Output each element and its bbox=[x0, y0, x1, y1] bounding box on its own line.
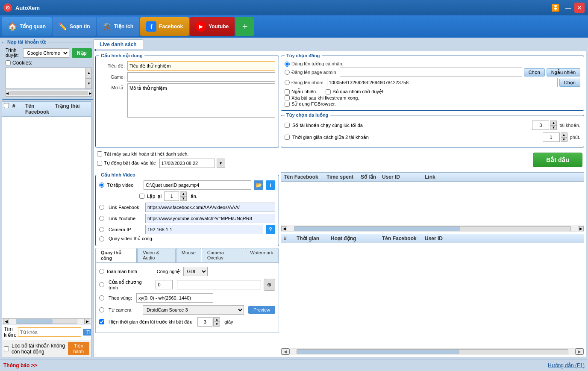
huong-dan-link[interactable]: Hướng dẫn (F1) bbox=[548, 362, 585, 368]
link-yt-input[interactable] bbox=[145, 214, 275, 223]
game-input[interactable] bbox=[127, 72, 275, 82]
nav-add-button[interactable]: + bbox=[235, 17, 254, 36]
ngau-nhien-checkbox[interactable] bbox=[285, 89, 290, 94]
ngau-nhien-btn[interactable]: Ngẫu nhiên bbox=[547, 68, 580, 77]
radio-page-admin[interactable] bbox=[285, 70, 290, 75]
tieu-de-input[interactable] bbox=[127, 61, 275, 71]
nap-button[interactable]: Nạp bbox=[72, 48, 92, 58]
link-fb-input[interactable] bbox=[145, 203, 275, 212]
nav-tools-button[interactable]: ⚒️ Tiện ích bbox=[97, 17, 139, 36]
radio-camera-ip[interactable] bbox=[99, 227, 104, 232]
group-input[interactable] bbox=[327, 78, 558, 87]
lap-lai-up[interactable]: ▲ bbox=[180, 191, 187, 196]
lap-lai-down[interactable]: ▼ bbox=[180, 196, 187, 201]
thoi-gian-up[interactable]: ▲ bbox=[561, 132, 567, 137]
camera-ip-help-btn[interactable]: ? bbox=[266, 225, 275, 234]
camera-select[interactable]: DroidCam Source 3 bbox=[143, 305, 244, 315]
countdown-up[interactable]: ▲ bbox=[213, 317, 220, 322]
radio-link-yt[interactable] bbox=[99, 216, 104, 221]
lap-lai-checkbox[interactable] bbox=[139, 194, 144, 199]
radio-tep-video[interactable] bbox=[99, 183, 104, 188]
browse-file-btn[interactable]: 📂 bbox=[254, 180, 263, 190]
btab-watermark[interactable]: Watermark bbox=[245, 248, 279, 262]
radio-cua-so[interactable] bbox=[99, 282, 104, 287]
btab-camera-overlay[interactable]: Camera Overlay bbox=[202, 248, 244, 262]
tien-hanh-button[interactable]: Tiến hành bbox=[68, 342, 89, 355]
nav-facebook-button[interactable]: f Facebook bbox=[140, 17, 189, 36]
cam-pick-btn[interactable]: ⊕ bbox=[264, 279, 275, 291]
browser-select[interactable]: Google Chrome Firefox Edge bbox=[23, 48, 69, 58]
info-btn[interactable]: i bbox=[266, 180, 275, 190]
account-hscroll-right[interactable]: ▶ bbox=[84, 319, 90, 324]
btab-mouse[interactable]: Mouse bbox=[176, 248, 201, 262]
cookies-textarea[interactable] bbox=[6, 68, 86, 89]
thoi-gian-input[interactable] bbox=[543, 132, 560, 142]
cookies-checkbox[interactable] bbox=[6, 60, 11, 65]
so-tai-khoan-input[interactable] bbox=[532, 121, 549, 130]
xoa-bai-checkbox[interactable] bbox=[285, 95, 290, 100]
radio-theo-vung[interactable] bbox=[99, 295, 104, 300]
nav-youtube-label: Youtube bbox=[209, 24, 229, 29]
tu-dong-input[interactable] bbox=[159, 159, 215, 168]
countdown-down[interactable]: ▼ bbox=[213, 322, 220, 327]
tat-may-checkbox[interactable] bbox=[97, 151, 102, 156]
tab-live-danh-sach[interactable]: Live danh sách bbox=[93, 39, 143, 49]
radio-tu-camera[interactable] bbox=[99, 307, 104, 312]
cong-nghe-select[interactable]: GDI DXGI bbox=[183, 267, 208, 276]
btab-video-audio[interactable]: Video & Audio bbox=[137, 248, 176, 262]
tu-dong-checkbox[interactable] bbox=[97, 161, 102, 166]
filter-inactive-checkbox[interactable] bbox=[4, 346, 9, 351]
lap-lai-input[interactable] bbox=[164, 191, 179, 201]
result-hscroll-left[interactable]: ◀ bbox=[281, 226, 287, 231]
tools-icon: ⚒️ bbox=[103, 23, 112, 31]
log-table-body bbox=[281, 243, 584, 348]
account-hscroll-left[interactable]: ◀ bbox=[3, 319, 9, 324]
radio-quay-thu-cong[interactable] bbox=[99, 236, 104, 241]
su-dung-checkbox[interactable] bbox=[285, 102, 290, 107]
countdown-input[interactable] bbox=[197, 317, 212, 327]
nav-compose-button[interactable]: ✏️ Soạn tin bbox=[53, 17, 96, 36]
so-tai-khoan-down[interactable]: ▼ bbox=[550, 125, 557, 130]
btab-quay-thu-cong[interactable]: Quay thủ công bbox=[95, 248, 137, 262]
cookies-scroll-up[interactable]: ▲ bbox=[86, 68, 92, 78]
close-button[interactable]: ✕ bbox=[574, 3, 585, 13]
thoi-gian-checkbox[interactable] bbox=[285, 135, 290, 140]
cua-so-name-input[interactable] bbox=[177, 280, 261, 289]
search-input[interactable] bbox=[18, 327, 81, 337]
so-tai-khoan-checkbox[interactable] bbox=[285, 123, 290, 128]
cong-nghe-label: Công nghệ: bbox=[157, 269, 182, 274]
chon-group-btn[interactable]: Chọn bbox=[559, 79, 580, 87]
theo-vung-label: Theo vùng: bbox=[109, 295, 132, 300]
cookies-scroll-down[interactable]: ▼ bbox=[86, 78, 92, 89]
preview-btn[interactable]: Preview bbox=[248, 306, 275, 314]
radio-link-fb[interactable] bbox=[99, 205, 104, 210]
so-tai-khoan-up[interactable]: ▲ bbox=[550, 121, 557, 125]
nav-youtube-button[interactable]: ▶ Youtube bbox=[190, 17, 235, 36]
bo-qua-checkbox[interactable] bbox=[326, 89, 331, 94]
calendar-btn[interactable]: ▼ bbox=[217, 159, 225, 168]
cookies-scroll-right[interactable]: ▶ bbox=[89, 91, 91, 95]
tim-button[interactable]: Tìm bbox=[83, 329, 91, 336]
cua-so-input[interactable] bbox=[156, 280, 173, 289]
result-hscroll-right[interactable]: ▶ bbox=[578, 226, 584, 231]
radio-personal[interactable] bbox=[285, 62, 290, 67]
hien-thi-checkbox[interactable] bbox=[99, 319, 104, 324]
nav-home-button[interactable]: 🏠 Tổng quan bbox=[2, 17, 52, 36]
chon-page-btn[interactable]: Chọn bbox=[524, 68, 545, 77]
tep-video-input[interactable] bbox=[144, 180, 251, 190]
bat-dau-button[interactable]: Bắt đầu bbox=[533, 153, 582, 167]
select-all-checkbox[interactable] bbox=[4, 103, 9, 108]
theo-vung-input[interactable] bbox=[136, 293, 213, 303]
cau-hinh-noi-dung-legend: Cấu hình nội dung bbox=[99, 53, 144, 59]
radio-group[interactable] bbox=[285, 80, 290, 85]
log-hscroll-left[interactable]: ◀ bbox=[281, 348, 290, 355]
cookies-scroll-left[interactable]: ◀ bbox=[6, 91, 9, 95]
camera-ip-input[interactable] bbox=[145, 225, 263, 234]
minimize-button[interactable]: — bbox=[563, 3, 573, 13]
log-hscroll-right[interactable]: ▶ bbox=[575, 348, 584, 355]
nav-tools-label: Tiện ích bbox=[114, 24, 133, 29]
page-admin-input[interactable] bbox=[340, 68, 522, 77]
mo-ta-textarea[interactable]: Mô tả thử nghiệm bbox=[127, 83, 275, 118]
radio-toan-man-hinh[interactable] bbox=[99, 269, 104, 274]
thoi-gian-down[interactable]: ▼ bbox=[561, 137, 567, 142]
